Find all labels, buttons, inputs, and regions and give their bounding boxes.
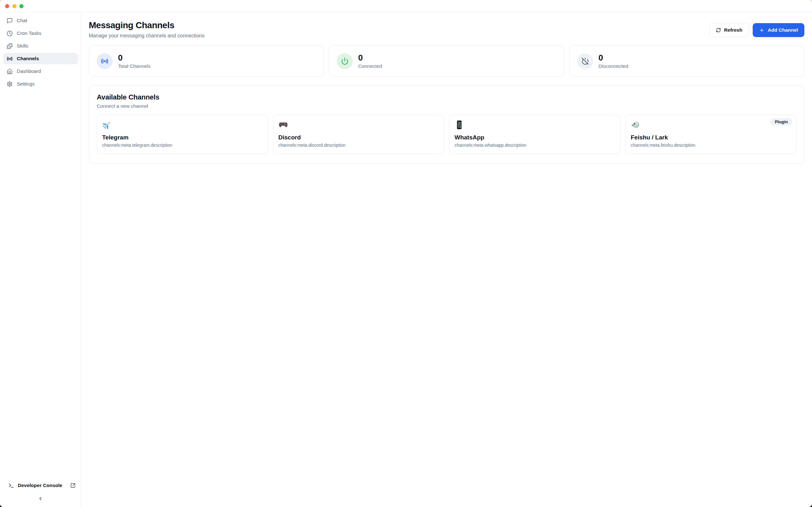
- broadcast-icon: [97, 53, 113, 69]
- panel-title: Available Channels: [97, 93, 406, 101]
- channel-card-telegram[interactable]: Telegram channels:meta.telegram.descript…: [97, 115, 268, 154]
- sidebar-item-label: Dashboard: [17, 68, 41, 74]
- stat-label: Connected: [358, 63, 382, 69]
- channel-name: Telegram: [102, 134, 263, 141]
- close-button[interactable]: [5, 4, 9, 8]
- sidebar-item-label: Channels: [17, 56, 39, 61]
- channel-name: Discord: [278, 134, 406, 141]
- chat-bubble-icon: [7, 18, 13, 24]
- home-icon: [7, 68, 13, 74]
- channel-grid: Telegram channels:meta.telegram.descript…: [97, 115, 406, 154]
- sidebar-item-channels[interactable]: Channels: [3, 53, 78, 64]
- sidebar-nav: Chat Cron Tasks Skills Channels Dashboar: [0, 12, 81, 253]
- panel-subtitle: Connect a new channel: [97, 103, 406, 109]
- sidebar-item-skills[interactable]: Skills: [3, 40, 78, 52]
- power-icon: [337, 53, 353, 69]
- stats-row: 0 Total Channels 0 Connected: [89, 45, 406, 77]
- channel-description: channels:meta.telegram.description: [102, 143, 263, 148]
- titlebar[interactable]: [0, 0, 406, 12]
- minimize-button[interactable]: [12, 4, 16, 8]
- zoom-button[interactable]: [19, 4, 23, 8]
- broadcast-icon: [7, 56, 13, 62]
- channel-description: channels:meta.discord.description: [278, 143, 406, 148]
- available-channels-panel: Available Channels Connect a new channel: [89, 85, 406, 164]
- sidebar: Chat Cron Tasks Skills Channels Dashboar: [0, 12, 81, 253]
- sidebar-item-settings[interactable]: Settings: [3, 78, 78, 90]
- stat-label: Total Channels: [118, 63, 151, 69]
- game-controller-emoji-icon: [278, 120, 288, 130]
- main-content: Messaging Channels Manage your messaging…: [81, 12, 406, 253]
- channel-card-discord[interactable]: Discord channels:meta.discord.descriptio…: [273, 115, 406, 154]
- stat-card-connected: 0 Connected: [329, 45, 406, 77]
- app-window: Chat Cron Tasks Skills Channels Dashboar: [0, 0, 406, 253]
- sidebar-item-label: Settings: [17, 81, 35, 87]
- sidebar-item-dashboard[interactable]: Dashboard: [3, 66, 78, 77]
- page-subtitle: Manage your messaging channels and conne…: [89, 33, 205, 39]
- sidebar-item-cron-tasks[interactable]: Cron Tasks: [3, 27, 78, 39]
- sidebar-item-chat[interactable]: Chat: [3, 15, 78, 26]
- clock-icon: [7, 31, 13, 37]
- stat-value: 0: [358, 53, 382, 62]
- stat-value: 0: [118, 53, 151, 62]
- sidebar-item-label: Chat: [17, 18, 27, 23]
- sidebar-item-label: Cron Tasks: [17, 31, 41, 36]
- page-title: Messaging Channels: [89, 20, 205, 31]
- puzzle-icon: [7, 43, 13, 49]
- sidebar-item-label: Skills: [17, 43, 28, 49]
- airplane-emoji-icon: [102, 120, 112, 130]
- gear-icon: [7, 81, 13, 87]
- stat-card-total-channels: 0 Total Channels: [89, 45, 324, 77]
